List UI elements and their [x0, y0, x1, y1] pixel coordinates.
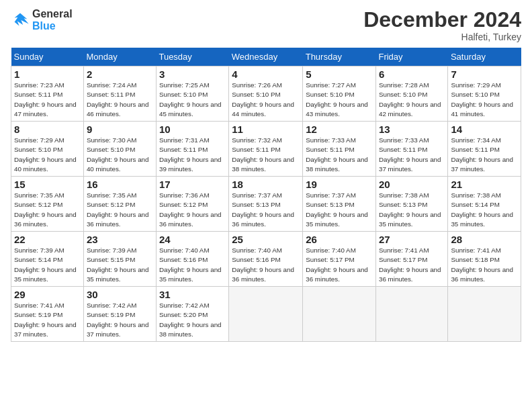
day-number: 15 [14, 179, 81, 190]
day-info: Sunrise: 7:28 AMSunset: 5:10 PMDaylight:… [379, 81, 441, 118]
day-number: 7 [451, 68, 518, 80]
day-cell-30: 30 Sunrise: 7:42 AMSunset: 5:19 PMDaylig… [83, 287, 156, 342]
day-cell-17: 17 Sunrise: 7:36 AMSunset: 5:12 PMDaylig… [156, 177, 228, 232]
day-info: Sunrise: 7:40 AMSunset: 5:17 PMDaylight:… [306, 246, 368, 283]
day-info: Sunrise: 7:37 AMSunset: 5:13 PMDaylight:… [232, 191, 294, 228]
empty-cell [375, 287, 447, 342]
day-cell-23: 23 Sunrise: 7:39 AMSunset: 5:15 PMDaylig… [83, 232, 156, 287]
day-number: 19 [306, 179, 373, 190]
day-info: Sunrise: 7:39 AMSunset: 5:14 PMDaylight:… [14, 246, 77, 283]
week-row-5: 29 Sunrise: 7:41 AMSunset: 5:19 PMDaylig… [11, 287, 521, 342]
day-info: Sunrise: 7:40 AMSunset: 5:16 PMDaylight:… [232, 246, 294, 283]
day-number: 2 [87, 68, 153, 80]
day-cell-4: 4 Sunrise: 7:26 AMSunset: 5:10 PMDayligh… [229, 66, 303, 122]
day-cell-5: 5 Sunrise: 7:27 AMSunset: 5:10 PMDayligh… [303, 66, 376, 122]
empty-cell [229, 287, 303, 342]
day-cell-13: 13 Sunrise: 7:33 AMSunset: 5:11 PMDaylig… [375, 122, 447, 177]
day-info: Sunrise: 7:31 AMSunset: 5:11 PMDaylight:… [159, 136, 222, 173]
day-number: 27 [379, 234, 445, 245]
weekday-header-wednesday: Wednesday [229, 48, 303, 66]
day-info: Sunrise: 7:27 AMSunset: 5:10 PMDaylight:… [306, 81, 368, 118]
logo-text: General Blue [32, 8, 73, 32]
day-info: Sunrise: 7:42 AMSunset: 5:20 PMDaylight:… [159, 302, 222, 338]
day-number: 12 [306, 124, 373, 135]
weekday-header-monday: Monday [83, 48, 156, 66]
day-cell-19: 19 Sunrise: 7:37 AMSunset: 5:13 PMDaylig… [303, 177, 376, 232]
day-number: 6 [379, 68, 445, 80]
day-info: Sunrise: 7:23 AMSunset: 5:11 PMDaylight:… [14, 81, 77, 118]
day-number: 22 [14, 234, 81, 245]
day-cell-10: 10 Sunrise: 7:31 AMSunset: 5:11 PMDaylig… [156, 122, 228, 177]
day-cell-9: 9 Sunrise: 7:30 AMSunset: 5:10 PMDayligh… [83, 122, 156, 177]
day-cell-14: 14 Sunrise: 7:34 AMSunset: 5:11 PMDaylig… [448, 122, 521, 177]
logo: General Blue [11, 8, 73, 32]
day-number: 31 [159, 289, 226, 300]
week-row-2: 8 Sunrise: 7:29 AMSunset: 5:10 PMDayligh… [11, 122, 521, 177]
day-number: 14 [451, 124, 518, 135]
day-info: Sunrise: 7:42 AMSunset: 5:19 PMDaylight:… [87, 302, 149, 338]
day-cell-29: 29 Sunrise: 7:41 AMSunset: 5:19 PMDaylig… [11, 287, 84, 342]
day-cell-18: 18 Sunrise: 7:37 AMSunset: 5:13 PMDaylig… [229, 177, 303, 232]
day-number: 21 [451, 179, 518, 190]
weekday-header-saturday: Saturday [448, 48, 521, 66]
day-cell-15: 15 Sunrise: 7:35 AMSunset: 5:12 PMDaylig… [11, 177, 84, 232]
empty-cell [303, 287, 376, 342]
day-cell-22: 22 Sunrise: 7:39 AMSunset: 5:14 PMDaylig… [11, 232, 84, 287]
day-cell-28: 28 Sunrise: 7:41 AMSunset: 5:18 PMDaylig… [448, 232, 521, 287]
day-cell-16: 16 Sunrise: 7:35 AMSunset: 5:12 PMDaylig… [83, 177, 156, 232]
logo-icon [11, 11, 30, 30]
day-info: Sunrise: 7:34 AMSunset: 5:11 PMDaylight:… [451, 136, 513, 173]
day-number: 20 [379, 179, 445, 190]
day-cell-31: 31 Sunrise: 7:42 AMSunset: 5:20 PMDaylig… [156, 287, 228, 342]
day-number: 11 [232, 124, 300, 135]
day-info: Sunrise: 7:36 AMSunset: 5:12 PMDaylight:… [159, 191, 222, 228]
day-info: Sunrise: 7:26 AMSunset: 5:10 PMDaylight:… [232, 81, 294, 118]
svg-marker-0 [15, 13, 29, 26]
week-row-1: 1 Sunrise: 7:23 AMSunset: 5:11 PMDayligh… [11, 66, 521, 122]
day-info: Sunrise: 7:38 AMSunset: 5:14 PMDaylight:… [451, 191, 513, 228]
day-info: Sunrise: 7:40 AMSunset: 5:16 PMDaylight:… [159, 246, 222, 283]
day-info: Sunrise: 7:32 AMSunset: 5:11 PMDaylight:… [232, 136, 294, 173]
day-cell-24: 24 Sunrise: 7:40 AMSunset: 5:16 PMDaylig… [156, 232, 228, 287]
day-cell-20: 20 Sunrise: 7:38 AMSunset: 5:13 PMDaylig… [375, 177, 447, 232]
calendar-table: SundayMondayTuesdayWednesdayThursdayFrid… [11, 48, 521, 342]
weekday-header-tuesday: Tuesday [156, 48, 228, 66]
day-info: Sunrise: 7:35 AMSunset: 5:12 PMDaylight:… [14, 191, 77, 228]
day-info: Sunrise: 7:39 AMSunset: 5:15 PMDaylight:… [87, 246, 149, 283]
empty-cell [448, 287, 521, 342]
day-info: Sunrise: 7:41 AMSunset: 5:17 PMDaylight:… [379, 246, 441, 283]
page-container: General Blue December 2024 Halfeti, Turk… [0, 0, 532, 347]
day-number: 25 [232, 234, 300, 245]
day-cell-2: 2 Sunrise: 7:24 AMSunset: 5:11 PMDayligh… [83, 66, 156, 122]
day-number: 18 [232, 179, 300, 190]
day-cell-11: 11 Sunrise: 7:32 AMSunset: 5:11 PMDaylig… [229, 122, 303, 177]
day-number: 9 [87, 124, 153, 135]
day-cell-12: 12 Sunrise: 7:33 AMSunset: 5:11 PMDaylig… [303, 122, 376, 177]
day-info: Sunrise: 7:35 AMSunset: 5:12 PMDaylight:… [87, 191, 149, 228]
day-info: Sunrise: 7:29 AMSunset: 5:10 PMDaylight:… [451, 81, 513, 118]
title-area: December 2024 Halfeti, Turkey [363, 8, 521, 42]
weekday-header-thursday: Thursday [303, 48, 376, 66]
day-number: 10 [159, 124, 226, 135]
day-number: 29 [14, 289, 81, 300]
day-number: 17 [159, 179, 226, 190]
day-number: 23 [87, 234, 153, 245]
day-info: Sunrise: 7:33 AMSunset: 5:11 PMDaylight:… [306, 136, 368, 173]
page-header: General Blue December 2024 Halfeti, Turk… [11, 8, 521, 42]
day-number: 8 [14, 124, 81, 135]
day-cell-26: 26 Sunrise: 7:40 AMSunset: 5:17 PMDaylig… [303, 232, 376, 287]
day-number: 3 [159, 68, 226, 80]
day-info: Sunrise: 7:24 AMSunset: 5:11 PMDaylight:… [87, 81, 149, 118]
week-row-4: 22 Sunrise: 7:39 AMSunset: 5:14 PMDaylig… [11, 232, 521, 287]
day-info: Sunrise: 7:37 AMSunset: 5:13 PMDaylight:… [306, 191, 368, 228]
weekday-header-sunday: Sunday [11, 48, 84, 66]
location: Halfeti, Turkey [363, 32, 521, 42]
day-number: 13 [379, 124, 445, 135]
day-cell-25: 25 Sunrise: 7:40 AMSunset: 5:16 PMDaylig… [229, 232, 303, 287]
day-cell-8: 8 Sunrise: 7:29 AMSunset: 5:10 PMDayligh… [11, 122, 84, 177]
day-cell-1: 1 Sunrise: 7:23 AMSunset: 5:11 PMDayligh… [11, 66, 84, 122]
day-cell-7: 7 Sunrise: 7:29 AMSunset: 5:10 PMDayligh… [448, 66, 521, 122]
day-number: 26 [306, 234, 373, 245]
day-number: 4 [232, 68, 300, 80]
day-info: Sunrise: 7:25 AMSunset: 5:10 PMDaylight:… [159, 81, 222, 118]
